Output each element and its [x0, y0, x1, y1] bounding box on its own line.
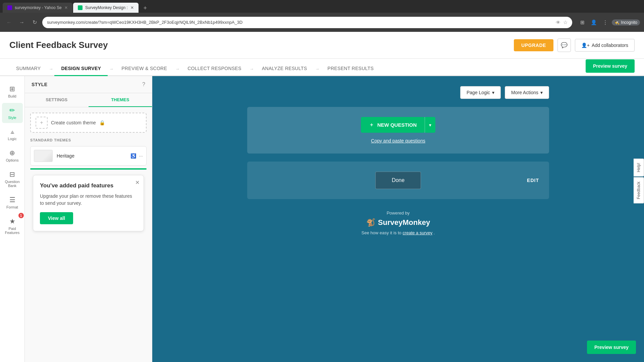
profile-icon[interactable]: 👤 [589, 18, 598, 27]
sidebar-item-build[interactable]: ⊞ Build [2, 81, 23, 102]
page-logic-button[interactable]: Page Logic ▾ [460, 86, 501, 99]
sidebar-item-style[interactable]: ✏ Style [2, 103, 23, 123]
main-content: ⊞ Build ✏ Style ⟁ Logic ⊕ Options ⊟ Ques… [0, 76, 644, 362]
theme-item-heritage[interactable]: Heritage ♿ ··· [30, 146, 147, 166]
forward-button[interactable]: → [17, 17, 27, 27]
sidebar-item-question-bank-label: Question Bank [5, 180, 20, 188]
address-bar[interactable]: surveymonkey.com/create/?sm=qWCeo19KXH3H… [42, 17, 572, 28]
back-button[interactable]: ← [4, 17, 14, 27]
panel-tabs: SETTINGS THEMES [25, 93, 152, 107]
edit-button[interactable]: EDIT [527, 178, 539, 183]
powered-by-section: Powered by 🐒 SurveyMonkey See how easy i… [362, 210, 435, 235]
upgrade-button[interactable]: UPGRADE [514, 39, 553, 51]
copy-paste-link[interactable]: Copy and paste questions [371, 138, 425, 143]
canvas-top-bar: Page Logic ▾ More Actions ▾ [247, 86, 549, 99]
tab-summary[interactable]: SUMMARY [9, 62, 47, 76]
edge-tabs: Help! Feedback [634, 159, 644, 204]
preview-survey-button-bottom[interactable]: Preview survey [587, 341, 636, 354]
style-panel-title: STYLE [32, 82, 48, 87]
popup-close-button[interactable]: ✕ [135, 179, 140, 186]
new-tab-button[interactable]: + [141, 3, 150, 13]
sm-logo-name: SurveyMonkey [378, 218, 430, 227]
tab-close-yahoo[interactable]: ✕ [64, 5, 68, 10]
style-panel: STYLE ? SETTINGS THEMES + Create custom … [25, 76, 152, 362]
browser-chrome: surveymonkey - Yahoo Search ✕ SurveyMonk… [0, 0, 644, 32]
address-bar-icons: 👁 ☆ [556, 19, 568, 25]
extensions-icon[interactable]: ⊞ [578, 18, 587, 27]
panel-tab-settings[interactable]: SETTINGS [25, 93, 89, 107]
tab-design-survey[interactable]: DESIGN SURVEY [54, 62, 108, 76]
powered-by-label: Powered by [362, 210, 435, 216]
lock-icon: 🔒 [99, 120, 105, 125]
preview-survey-button-top[interactable]: Preview survey [586, 59, 635, 73]
style-panel-header: STYLE ? [25, 76, 152, 93]
sidebar-item-paid-features[interactable]: ★ Paid Features 1 [2, 214, 23, 238]
tab-collect-responses[interactable]: COLLECT RESPONSES [181, 62, 248, 76]
nav-arrow-2: → [109, 66, 113, 75]
reload-button[interactable]: ↻ [30, 17, 40, 27]
star-icon[interactable]: ☆ [563, 19, 568, 25]
nav-tabs: SUMMARY → DESIGN SURVEY → PREVIEW & SCOR… [0, 59, 644, 76]
browser-toolbar: ← → ↻ surveymonkey.com/create/?sm=qWCeo1… [0, 13, 644, 32]
browser-toolbar-icons: ⊞ 👤 ⋮ 🕵 Incognito [578, 18, 640, 27]
create-theme-icon: + [36, 117, 48, 129]
more-actions-button[interactable]: More Actions ▾ [505, 86, 549, 99]
browser-tab-yahoo[interactable]: surveymonkey - Yahoo Search ✕ [3, 3, 72, 13]
sidebar-item-format-label: Format [6, 205, 18, 209]
sidebar-item-question-bank[interactable]: ⊟ Question Bank [2, 167, 23, 191]
theme-actions-heritage: ♿ ··· [130, 153, 143, 159]
tab-favicon-yahoo [7, 5, 12, 10]
nav-arrow-4: → [250, 66, 254, 75]
powered-by-sub: See how easy it is to create a survey . [362, 230, 435, 235]
incognito-icon: 🕵 [614, 20, 620, 25]
new-question-plus-icon: ＋ [369, 122, 374, 128]
tab-analyze-results[interactable]: ANALYZE RESULTS [255, 62, 314, 76]
feedback-tab[interactable]: Feedback [634, 177, 644, 204]
header-actions: UPGRADE 💬 👤+ Add collaborators [514, 39, 635, 52]
popup-title: You've added paid features [40, 182, 137, 189]
add-collaborators-label: Add collaborators [592, 43, 628, 48]
help-tab[interactable]: Help! [634, 159, 644, 177]
sidebar-item-logic-label: Logic [8, 137, 16, 141]
page-logic-label: Page Logic [467, 90, 490, 95]
accessibility-icon[interactable]: ♿ [130, 153, 136, 159]
panel-content: + Create custom theme 🔒 STANDARD THEMES … [25, 107, 152, 362]
tab-label-sm: SurveyMonkey Design : [85, 5, 128, 10]
settings-icon[interactable]: ⋮ [600, 18, 610, 27]
panel-tab-themes[interactable]: THEMES [89, 93, 152, 107]
browser-tab-surveymonkey[interactable]: SurveyMonkey Design : ✕ [73, 3, 139, 13]
sidebar-item-options[interactable]: ⊕ Options [2, 145, 23, 166]
new-question-button[interactable]: ＋ NEW QUESTION [361, 117, 425, 133]
add-collaborators-button[interactable]: 👤+ Add collaborators [575, 39, 635, 52]
standard-themes-label: STANDARD THEMES [30, 138, 147, 142]
tab-close-sm[interactable]: ✕ [130, 5, 134, 10]
heritage-green-bar [30, 168, 147, 170]
app: Client Feedback Survey UPGRADE 💬 👤+ Add … [0, 32, 644, 362]
style-icon: ✏ [9, 106, 15, 114]
create-theme-label: Create custom theme [51, 120, 96, 125]
sidebar-item-format[interactable]: ☰ Format [2, 192, 23, 213]
style-panel-help-icon[interactable]: ? [142, 81, 145, 87]
new-question-dropdown-button[interactable]: ▾ [425, 117, 435, 133]
question-bank-icon: ⊟ [9, 170, 15, 178]
more-icon[interactable]: ··· [139, 153, 143, 159]
sidebar-item-build-label: Build [8, 94, 16, 98]
paid-features-popup: ✕ You've added paid features Upgrade you… [33, 175, 144, 231]
view-all-button[interactable]: View all [40, 212, 73, 224]
comment-button[interactable]: 💬 [557, 39, 571, 52]
survey-canvas: Page Logic ▾ More Actions ▾ ＋ NEW QUESTI… [152, 76, 644, 362]
new-question-label: NEW QUESTION [377, 122, 417, 128]
sidebar-item-logic[interactable]: ⟁ Logic [2, 124, 23, 144]
tab-favicon-sm [78, 5, 83, 10]
more-actions-chevron: ▾ [540, 90, 543, 95]
more-actions-label: More Actions [511, 90, 538, 95]
create-custom-theme-button[interactable]: + Create custom theme 🔒 [30, 113, 147, 133]
create-survey-link[interactable]: create a survey [402, 230, 432, 235]
new-question-group: ＋ NEW QUESTION ▾ [361, 117, 436, 133]
paid-features-badge: 1 [18, 213, 24, 218]
build-icon: ⊞ [9, 85, 15, 93]
tab-preview-score[interactable]: PREVIEW & SCORE [115, 62, 174, 76]
done-button[interactable]: Done [375, 172, 421, 189]
address-text: surveymonkey.com/create/?sm=qWCeo19KXH3H… [47, 20, 243, 25]
tab-present-results[interactable]: PRESENT RESULTS [321, 62, 380, 76]
